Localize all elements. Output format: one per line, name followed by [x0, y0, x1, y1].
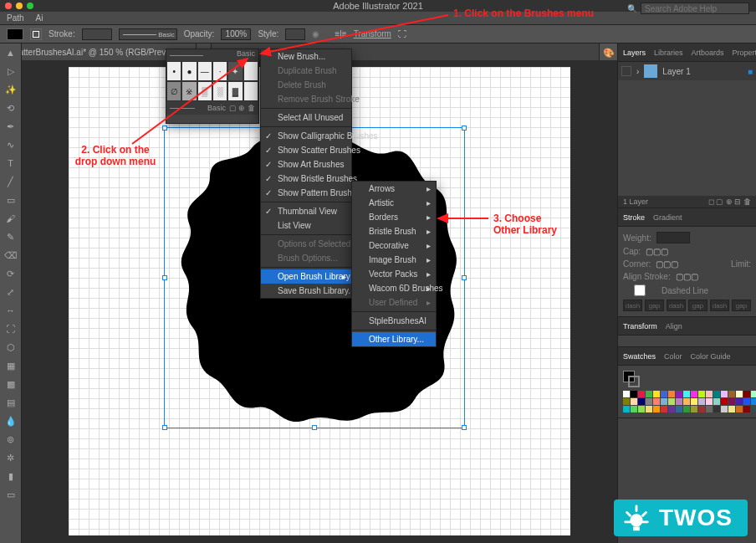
swatch-cell[interactable] — [706, 398, 713, 405]
swatch-cell[interactable] — [676, 398, 682, 405]
resize-handle[interactable] — [462, 275, 467, 280]
swatch-cell[interactable] — [713, 391, 720, 397]
swatch-cell[interactable] — [638, 398, 645, 405]
dashed-line-checkbox[interactable] — [623, 284, 656, 296]
graph-tool[interactable]: ▮ — [0, 467, 21, 485]
swatch-cell[interactable] — [631, 406, 637, 412]
menu-item[interactable]: Vector Packs▸ — [352, 267, 436, 281]
width-tool[interactable]: ↔ — [0, 301, 21, 320]
swatch-cell[interactable] — [751, 406, 756, 412]
curvature-tool[interactable]: ∿ — [0, 136, 21, 154]
swatch-cell[interactable] — [683, 406, 690, 412]
tab-color-guide[interactable]: Color Guide — [691, 352, 731, 361]
swatch-cell[interactable] — [638, 406, 645, 412]
resize-handle[interactable] — [162, 275, 167, 280]
brush-thumb[interactable] — [243, 61, 258, 81]
swatch-cell[interactable] — [653, 398, 660, 405]
swatch-cell[interactable] — [698, 406, 705, 412]
swatch-cell[interactable] — [623, 391, 630, 397]
mesh-tool[interactable]: ▩ — [0, 375, 21, 393]
paintbrush-tool[interactable]: 🖌 — [0, 209, 21, 228]
align-stroke-buttons[interactable]: ▢▢▢ — [676, 272, 698, 281]
cap-buttons[interactable]: ▢▢▢ — [646, 247, 668, 256]
stroke-swatch[interactable] — [30, 28, 42, 40]
pen-tool[interactable]: ✒ — [0, 117, 21, 136]
isolate-icon[interactable]: ⛶ — [398, 29, 406, 38]
brush-thumb[interactable]: • — [166, 61, 181, 81]
brushes-panel-menu[interactable]: New Brush...Duplicate BrushDelete BrushR… — [260, 49, 352, 299]
menu-item[interactable]: List View — [261, 218, 351, 233]
swatch-cell[interactable] — [728, 406, 735, 412]
brush-thumb[interactable]: ░ — [212, 81, 227, 101]
swatch-cell[interactable] — [653, 406, 660, 412]
menu-item[interactable]: Borders▸ — [352, 210, 436, 224]
swatch-cell[interactable] — [683, 391, 690, 397]
menu-item[interactable]: Wacom 6D Brushes▸ — [352, 281, 436, 295]
open-brush-library-submenu[interactable]: Arrows▸Artistic▸Borders▸Bristle Brush▸De… — [351, 181, 437, 347]
menu-item[interactable]: Image Brush▸ — [352, 253, 436, 267]
magic-wand-tool[interactable]: ✨ — [0, 80, 21, 99]
resize-handle[interactable] — [462, 425, 467, 430]
swatch-cell[interactable] — [676, 406, 682, 412]
swatch-cell[interactable] — [661, 391, 667, 397]
selection-tool[interactable]: ▲ — [0, 44, 21, 62]
type-tool[interactable]: T — [0, 154, 21, 172]
swatch-fill-stroke-indicator[interactable] — [623, 371, 640, 387]
brush-thumb[interactable]: · — [212, 61, 227, 81]
tab-properties[interactable]: Properties — [733, 49, 756, 57]
blend-tool[interactable]: ⊚ — [0, 430, 21, 448]
stroke-weight-input[interactable] — [82, 28, 112, 40]
line-tool[interactable]: ╱ — [0, 172, 21, 191]
swatch-cell[interactable] — [751, 398, 756, 405]
lasso-tool[interactable]: ⟲ — [0, 99, 21, 117]
perspective-tool[interactable]: ▦ — [0, 356, 21, 375]
swatch-cell[interactable] — [736, 398, 743, 405]
swatch-cell[interactable] — [736, 406, 743, 412]
shaper-tool[interactable]: ✎ — [0, 228, 21, 246]
swatch-cell[interactable] — [646, 406, 652, 412]
layer-row[interactable]: › Layer 1 ■ — [618, 62, 756, 80]
swatch-cell[interactable] — [623, 398, 630, 405]
menu-item[interactable]: Artistic▸ — [352, 196, 436, 210]
brush-thumb[interactable]: ▓ — [227, 81, 243, 101]
rotate-tool[interactable]: ⟳ — [0, 264, 21, 283]
menu-item[interactable]: ✓Thumbnail View — [261, 204, 351, 218]
free-transform-tool[interactable]: ⛶ — [0, 320, 21, 338]
tab-stroke[interactable]: Stroke — [623, 213, 645, 222]
menu-item[interactable]: Arrows▸ — [352, 182, 436, 196]
eraser-tool[interactable]: ⌫ — [0, 246, 21, 264]
swatch-cell[interactable] — [691, 391, 697, 397]
resize-handle[interactable] — [312, 425, 317, 430]
resize-handle[interactable] — [162, 425, 167, 430]
layer-name[interactable]: Layer 1 — [662, 67, 690, 76]
symbol-sprayer-tool[interactable]: ✲ — [0, 448, 21, 467]
menu-item[interactable]: ✓Show Calligraphic Brushes — [261, 129, 351, 143]
menu-item[interactable]: ✓Show Pattern Brushes — [261, 186, 351, 200]
tab-align[interactable]: Align — [666, 322, 682, 330]
swatch-cell[interactable] — [653, 391, 660, 397]
artboard-tool[interactable]: ▭ — [0, 485, 21, 504]
menu-item[interactable]: Decorative▸ — [352, 238, 436, 253]
tab-layers[interactable]: Layers — [623, 49, 646, 57]
swatch-cell[interactable] — [668, 398, 675, 405]
scale-tool[interactable]: ⤢ — [0, 283, 21, 301]
maximize-window-button[interactable] — [27, 3, 33, 9]
layer-panel-buttons[interactable]: ◻ ▢ ⊕ ⊟ 🗑 — [708, 197, 751, 206]
menu-item[interactable]: New Brush... — [261, 49, 351, 64]
brush-thumb[interactable]: ✦ — [227, 61, 243, 81]
corner-buttons[interactable]: ▢▢▢ — [656, 259, 678, 269]
swatch-cell[interactable] — [683, 398, 690, 405]
app-menu[interactable]: Ai — [36, 13, 43, 23]
swatch-cell[interactable] — [646, 391, 652, 397]
brush-thumb[interactable]: ※ — [181, 81, 197, 101]
swatch-cell[interactable] — [728, 398, 735, 405]
brush-thumb[interactable]: ∅ — [166, 81, 181, 101]
menu-item[interactable]: Save Brush Library... — [261, 284, 351, 298]
menu-item[interactable]: Other Library... — [352, 332, 436, 346]
swatch-cell[interactable] — [646, 398, 652, 405]
swatch-cell[interactable] — [661, 406, 667, 412]
swatch-cell[interactable] — [743, 391, 750, 397]
resize-handle[interactable] — [462, 126, 467, 131]
swatch-cell[interactable] — [713, 398, 720, 405]
brush-thumb[interactable] — [243, 81, 258, 101]
